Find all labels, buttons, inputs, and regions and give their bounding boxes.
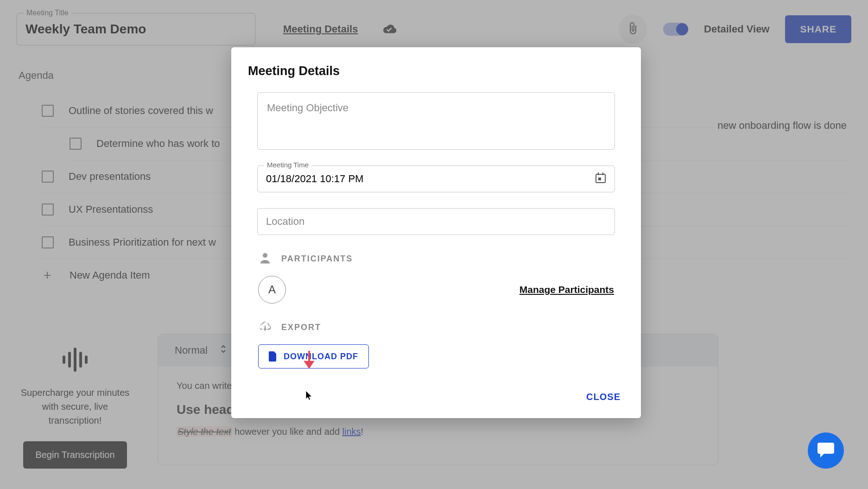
modal-title: Meeting Details — [248, 64, 624, 78]
cloud-download-icon — [258, 319, 272, 335]
person-icon — [258, 251, 272, 267]
close-button[interactable]: CLOSE — [583, 387, 624, 407]
meeting-objective-field[interactable] — [257, 92, 615, 150]
svg-rect-3 — [598, 178, 601, 180]
participants-row: A Manage Participants — [257, 276, 615, 315]
export-section-header: EXPORT — [257, 319, 615, 335]
meeting-time-field[interactable]: Meeting Time — [257, 165, 615, 192]
modal-fields: Meeting Time PARTICIPANTS A Manage P — [248, 92, 624, 368]
document-icon — [269, 351, 277, 362]
participant-avatar[interactable]: A — [258, 276, 286, 304]
chat-fab-button[interactable] — [808, 432, 844, 469]
meeting-details-modal: Meeting Details Meeting Time PARTICIPANT… — [231, 47, 641, 418]
calendar-icon[interactable] — [595, 172, 606, 186]
modal-footer: CLOSE — [248, 387, 624, 407]
participants-section-header: PARTICIPANTS — [257, 251, 615, 267]
location-field[interactable] — [257, 208, 615, 235]
participants-label: PARTICIPANTS — [281, 254, 353, 264]
export-label: EXPORT — [281, 323, 321, 332]
location-input[interactable] — [266, 216, 606, 228]
download-pdf-button[interactable]: DOWNLOAD PDF — [258, 344, 369, 368]
meeting-time-input[interactable] — [266, 173, 595, 185]
meeting-objective-input[interactable] — [258, 93, 615, 149]
chat-bubble-icon — [817, 441, 835, 460]
svg-rect-1 — [598, 172, 599, 175]
download-pdf-label: DOWNLOAD PDF — [284, 352, 358, 362]
svg-rect-2 — [602, 172, 603, 175]
svg-point-4 — [263, 253, 267, 258]
manage-participants-link[interactable]: Manage Participants — [520, 284, 614, 295]
meeting-time-label: Meeting Time — [264, 161, 311, 169]
app-root: Meeting Title Meeting Details Detailed V… — [0, 0, 868, 489]
participant-initial: A — [268, 283, 276, 296]
